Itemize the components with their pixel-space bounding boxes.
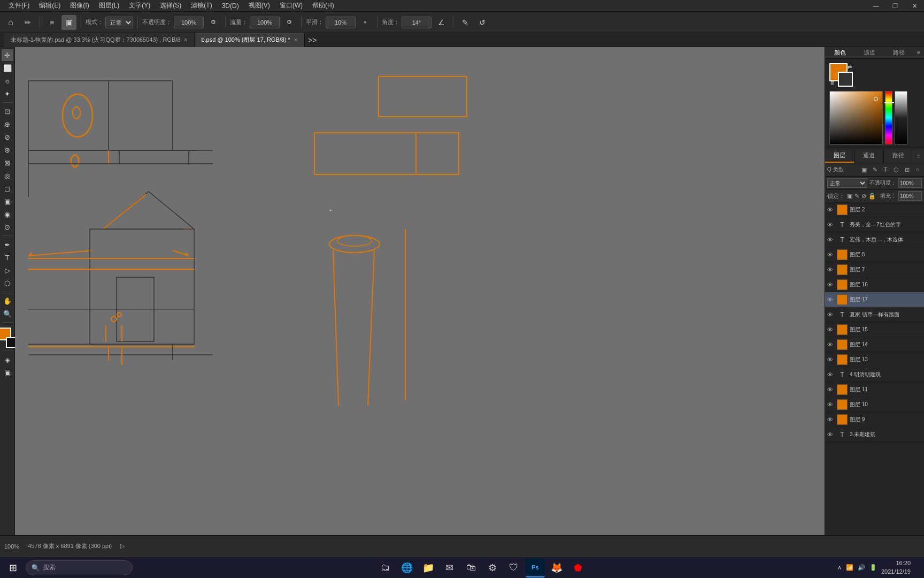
panel-menu[interactable]: ≡ xyxy=(913,47,924,58)
taskbar-app-settings[interactable]: ⚙ xyxy=(483,558,502,577)
lock-artboards-btn[interactable]: ⊘ xyxy=(861,193,866,200)
layer-visibility-toggle[interactable]: 👁 xyxy=(827,416,835,423)
tool-zoom[interactable]: 🔍 xyxy=(2,308,13,320)
tool-crop[interactable]: ⊡ xyxy=(2,105,13,117)
tool-path-select[interactable]: ▷ xyxy=(2,264,13,276)
layer-item[interactable]: 👁 图层 14 xyxy=(825,337,924,352)
lock-pixels-btn[interactable]: ▣ xyxy=(847,193,852,200)
menu-layer[interactable]: 图层(L) xyxy=(95,0,124,11)
color-gradient-picker[interactable] xyxy=(829,91,883,144)
reset-icon[interactable]: ↺ xyxy=(475,15,490,30)
tool-mask[interactable]: ▣ xyxy=(61,15,76,30)
tab-1-close[interactable]: ✕ xyxy=(183,37,188,43)
layer-item[interactable]: 👁 T 3.未期建筑 xyxy=(825,427,924,442)
tool-select-rect[interactable]: ⬜ xyxy=(2,62,13,74)
layer-item-active[interactable]: 👁 图层 17 xyxy=(825,292,924,307)
layer-visibility-toggle[interactable]: 👁 xyxy=(827,207,835,213)
layer-visibility-toggle[interactable]: 👁 xyxy=(827,237,835,243)
tab-expand[interactable]: >> xyxy=(305,33,320,48)
tray-network[interactable]: 📶 xyxy=(846,564,853,571)
layer-item[interactable]: 👁 图层 7 xyxy=(825,262,924,277)
flow-input[interactable] xyxy=(250,17,280,28)
menu-image[interactable]: 图像(I) xyxy=(66,0,93,11)
tool-magic-wand[interactable]: ✦ xyxy=(2,88,13,100)
layer-item[interactable]: 👁 图层 13 xyxy=(825,352,924,367)
layer-visibility-toggle[interactable]: 👁 xyxy=(827,222,835,228)
pixel-filter-btn[interactable]: ▣ xyxy=(860,165,868,174)
tool-pen[interactable]: ✒ xyxy=(2,239,13,250)
blend-mode-select[interactable]: 正常 xyxy=(827,178,867,188)
layers-tab[interactable]: 图层 xyxy=(825,149,854,163)
tool-history[interactable]: ◎ xyxy=(2,170,13,181)
tool-brush-l[interactable]: ⊛ xyxy=(2,144,13,156)
menu-help[interactable]: 帮助(H) xyxy=(308,0,338,11)
opacity-input[interactable] xyxy=(174,17,204,28)
tool-quick-mask[interactable]: ◈ xyxy=(2,354,13,366)
shape-filter-btn[interactable]: ⬡ xyxy=(892,165,900,174)
taskbar-app-antivirus[interactable]: ⬟ xyxy=(568,558,588,577)
tool-options[interactable]: ≡ xyxy=(44,15,59,30)
layer-item[interactable]: 👁 图层 16 xyxy=(825,277,924,292)
layer-item[interactable]: 👁 T 秀美，全—7红色的字 xyxy=(825,217,924,232)
taskbar-app-explorer[interactable]: 🗂 xyxy=(376,558,395,577)
taskbar-app-browser2[interactable]: 🦊 xyxy=(547,558,566,577)
layer-visibility-toggle[interactable]: 👁 xyxy=(827,401,835,408)
menu-window[interactable]: 窗口(W) xyxy=(275,0,307,11)
layer-visibility-toggle[interactable]: 👁 xyxy=(827,296,835,303)
tool-blur[interactable]: ◉ xyxy=(2,208,13,220)
layer-item[interactable]: 👁 T 宏伟，木质—，木造体 xyxy=(825,232,924,247)
tool-brush[interactable]: ✏ xyxy=(20,15,35,30)
layer-item[interactable]: 👁 图层 8 xyxy=(825,247,924,262)
layer-item[interactable]: 👁 T 夏家 镇币—样有踏面 xyxy=(825,307,924,322)
layer-item[interactable]: 👁 图层 9 xyxy=(825,412,924,427)
layer-visibility-toggle[interactable]: 👁 xyxy=(827,326,835,333)
tool-home[interactable]: ⌂ xyxy=(3,15,18,30)
layer-visibility-toggle[interactable]: 👁 xyxy=(827,431,835,438)
tool-eyedropper[interactable]: ⊕ xyxy=(2,118,13,130)
opacity-row-input[interactable] xyxy=(898,178,922,188)
layers-search-toggle[interactable]: ○ xyxy=(913,165,922,174)
menu-text[interactable]: 文字(Y) xyxy=(125,0,155,11)
smooth-input[interactable] xyxy=(326,17,356,28)
lock-all-btn[interactable]: 🔒 xyxy=(868,193,876,200)
color-tab[interactable]: 颜色 xyxy=(825,47,854,58)
tab-1[interactable]: 未标题-1-恢复的.psd @ 33.3% (火习QQ群：730065043) … xyxy=(4,33,195,47)
tool-hand[interactable]: ✋ xyxy=(2,295,13,307)
taskbar-app-ps[interactable]: Ps xyxy=(526,558,545,577)
close-button[interactable]: ✕ xyxy=(905,0,924,12)
angle-input[interactable] xyxy=(402,17,432,28)
tool-lasso[interactable]: ⌾ xyxy=(2,75,13,87)
paths-tab-2[interactable]: 路径 xyxy=(884,149,913,163)
tool-dodge[interactable]: ⊙ xyxy=(2,221,13,233)
swap-colors-icon[interactable]: ⇄ xyxy=(848,64,852,70)
adjust-filter-btn[interactable]: ✎ xyxy=(871,165,879,174)
layer-item[interactable]: 👁 图层 2 xyxy=(825,202,924,217)
layer-item[interactable]: 👁 图层 10 xyxy=(825,397,924,412)
text-filter-btn[interactable]: T xyxy=(881,165,890,174)
channel-tab[interactable]: 通道 xyxy=(854,47,884,58)
smart-filter-btn[interactable]: ⊞ xyxy=(903,165,911,174)
layer-visibility-toggle[interactable]: 👁 xyxy=(827,282,835,288)
taskbar-app-edge[interactable]: 🌐 xyxy=(397,558,417,577)
layer-visibility-toggle[interactable]: 👁 xyxy=(827,386,835,393)
tool-eraser[interactable]: ◻ xyxy=(2,182,13,194)
tool-move[interactable]: ✛ xyxy=(2,49,13,61)
tab-2[interactable]: b.psd @ 100% (图层 17, RGB/8) * ✕ xyxy=(195,33,304,47)
layer-item[interactable]: 👁 图层 11 xyxy=(825,382,924,397)
layer-visibility-toggle[interactable]: 👁 xyxy=(827,267,835,273)
opacity-options[interactable]: ⚙ xyxy=(206,15,221,30)
menu-file[interactable]: 文件(F) xyxy=(4,0,34,11)
menu-3d[interactable]: 3D(D) xyxy=(218,1,243,11)
layer-visibility-toggle[interactable]: 👁 xyxy=(827,356,835,363)
tool-screen-mode[interactable]: ▣ xyxy=(2,367,13,378)
hue-strip[interactable] xyxy=(885,91,892,144)
layers-panel-menu[interactable]: ≡ xyxy=(913,149,924,163)
tool-shape[interactable]: ⬡ xyxy=(2,277,13,289)
mode-select[interactable]: 正常 xyxy=(105,17,133,28)
lock-position-btn[interactable]: ✎ xyxy=(854,193,859,200)
minimize-button[interactable]: — xyxy=(866,0,886,12)
tray-battery[interactable]: 🔋 xyxy=(869,564,877,571)
tool-stamp[interactable]: ⊠ xyxy=(2,157,13,169)
menu-select[interactable]: 选择(S) xyxy=(156,0,186,11)
restore-button[interactable]: ❐ xyxy=(886,0,905,12)
